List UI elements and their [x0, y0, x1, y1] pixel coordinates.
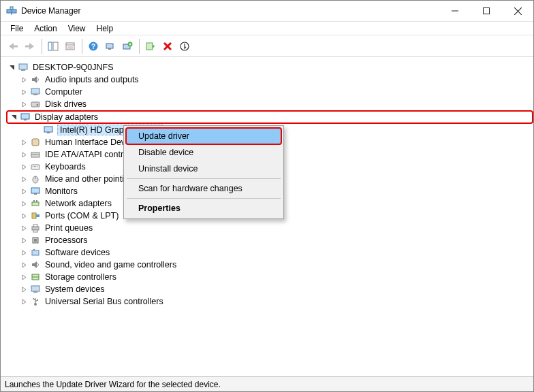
chevron-right-icon[interactable] — [20, 248, 28, 257]
menu-disable-device[interactable]: Disable device — [126, 144, 281, 161]
disable-button[interactable] — [176, 38, 193, 54]
svg-rect-66 — [37, 299, 38, 301]
tree-root[interactable]: DESKTOP-9Q0JNFS — [6, 61, 533, 74]
chevron-right-icon[interactable] — [20, 100, 28, 108]
update-driver-button[interactable] — [119, 38, 136, 54]
chevron-right-icon[interactable] — [20, 76, 28, 84]
tree-label: Sound, video and game controllers — [44, 260, 178, 270]
computer-icon — [30, 86, 41, 97]
svg-rect-58 — [33, 249, 35, 250]
statusbar: Launches the Update Driver Wizard for th… — [1, 376, 533, 391]
chevron-down-icon[interactable] — [7, 63, 16, 71]
tree-label: Network adapters — [44, 199, 113, 208]
svg-rect-9 — [48, 42, 52, 50]
menu-properties[interactable]: Properties — [126, 200, 281, 216]
tree-item-system[interactable]: System devices — [6, 283, 533, 295]
tree-item-audio[interactable]: Audio inputs and outputs — [6, 74, 533, 86]
tree-item-storage[interactable]: Storage controllers — [6, 271, 533, 283]
svg-rect-39 — [33, 166, 33, 167]
tree-item-computer[interactable]: Computer — [6, 86, 533, 98]
menu-help[interactable]: Help — [91, 22, 119, 35]
device-manager-icon — [6, 5, 17, 16]
svg-rect-32 — [24, 119, 27, 120]
chevron-right-icon[interactable] — [20, 187, 28, 195]
device-tree[interactable]: DESKTOP-9Q0JNFS Audio inputs and outputs… — [1, 57, 533, 376]
disk-icon — [30, 99, 41, 110]
separator — [42, 39, 42, 54]
chevron-right-icon[interactable] — [20, 236, 28, 244]
tree-label: Display adapters — [33, 112, 99, 122]
menu-update-driver[interactable]: Update driver — [126, 128, 281, 144]
tree-item-printqueues[interactable]: Print queues — [6, 222, 533, 234]
svg-rect-47 — [32, 202, 39, 206]
chevron-right-icon[interactable] — [20, 285, 28, 293]
svg-rect-10 — [53, 42, 58, 50]
svg-rect-50 — [32, 213, 36, 218]
svg-text:?: ? — [91, 43, 95, 50]
svg-rect-28 — [33, 94, 37, 95]
forward-button[interactable] — [22, 38, 38, 54]
separator — [127, 198, 281, 199]
svg-rect-51 — [36, 214, 40, 217]
close-button[interactable] — [502, 1, 533, 21]
chevron-right-icon[interactable] — [20, 138, 28, 146]
chevron-right-icon[interactable] — [20, 273, 28, 281]
chevron-right-icon[interactable] — [20, 261, 28, 269]
svg-rect-49 — [36, 200, 37, 202]
svg-rect-38 — [31, 165, 40, 169]
uninstall-button[interactable] — [159, 38, 176, 54]
chevron-right-icon[interactable] — [20, 224, 28, 232]
chevron-right-icon[interactable] — [20, 163, 28, 171]
maximize-button[interactable] — [471, 1, 502, 21]
speaker-icon — [30, 74, 41, 85]
svg-rect-7 — [14, 45, 18, 47]
cpu-icon — [30, 235, 41, 246]
chevron-right-icon[interactable] — [20, 199, 28, 208]
tree-label: Monitors — [44, 186, 79, 196]
menu-action[interactable]: Action — [29, 22, 62, 35]
tree-item-display-adapters[interactable]: Display adapters — [6, 110, 533, 124]
separator — [139, 39, 140, 54]
context-menu: Update driver Disable device Uninstall d… — [123, 125, 284, 219]
tree-item-processors[interactable]: Processors — [6, 234, 533, 246]
menu-view[interactable]: View — [63, 22, 91, 35]
tree-label: Audio inputs and outputs — [44, 75, 140, 84]
svg-rect-62 — [33, 291, 37, 293]
device-manager-window: Device Manager File Action View Help ? — [0, 0, 534, 392]
tree-label: System devices — [44, 284, 106, 294]
tree-label: Computer — [44, 87, 84, 97]
svg-rect-17 — [106, 44, 113, 48]
tree-item-disk[interactable]: Disk drives — [6, 98, 533, 110]
tree-item-software[interactable]: Software devices — [6, 246, 533, 259]
svg-rect-48 — [33, 200, 35, 202]
scan-button[interactable] — [102, 38, 119, 54]
menubar: File Action View Help — [1, 22, 533, 35]
chevron-right-icon[interactable] — [20, 212, 28, 220]
separator — [127, 178, 281, 179]
svg-rect-4 — [484, 8, 490, 14]
chevron-right-icon[interactable] — [20, 297, 28, 306]
tree-item-usb[interactable]: Universal Serial Bus controllers — [6, 295, 533, 308]
back-button[interactable] — [5, 38, 21, 54]
minimize-button[interactable] — [439, 1, 471, 21]
menu-uninstall-device[interactable]: Uninstall device — [126, 161, 281, 177]
properties-button[interactable] — [62, 38, 78, 54]
help-button[interactable]: ? — [85, 38, 101, 54]
chevron-down-icon[interactable] — [10, 113, 18, 121]
ide-icon — [30, 149, 41, 160]
network-icon — [30, 198, 41, 209]
svg-rect-46 — [34, 193, 37, 195]
svg-rect-41 — [35, 166, 36, 167]
menu-scan-hardware[interactable]: Scan for hardware changes — [126, 180, 281, 197]
tree-label: Print queues — [44, 223, 94, 233]
show-hide-tree-button[interactable] — [45, 38, 61, 54]
svg-rect-1 — [10, 7, 13, 10]
enable-button[interactable] — [142, 38, 159, 54]
menu-file[interactable]: File — [5, 22, 29, 35]
chevron-right-icon[interactable] — [20, 88, 28, 96]
keyboard-icon — [30, 161, 41, 172]
tree-item-sound[interactable]: Sound, video and game controllers — [6, 259, 533, 271]
svg-rect-18 — [108, 48, 111, 50]
chevron-right-icon[interactable] — [20, 150, 28, 159]
chevron-right-icon[interactable] — [20, 175, 28, 183]
